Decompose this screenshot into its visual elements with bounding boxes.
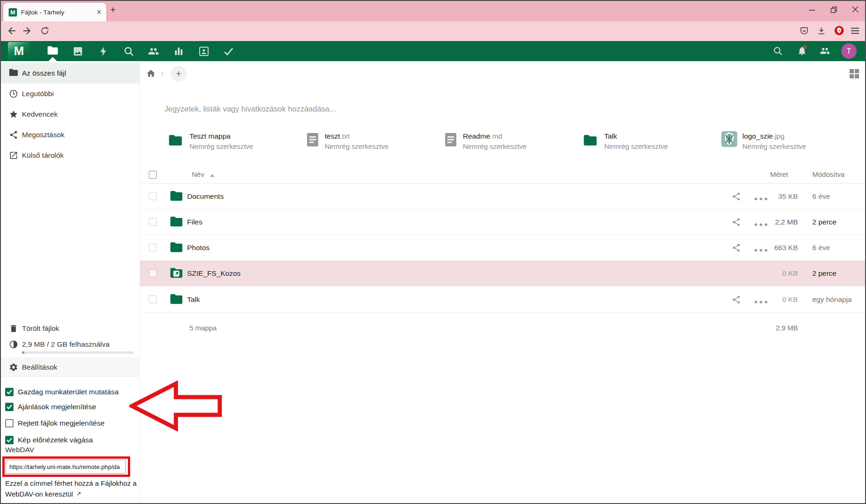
table-row-files[interactable]: Files ●●● 2,2 MB 2 perce: [140, 210, 866, 235]
files-app-icon[interactable]: [47, 46, 58, 57]
text-file-icon: [307, 133, 318, 147]
tab-close-button[interactable]: ✕: [96, 8, 102, 16]
row-checkbox[interactable]: [149, 244, 157, 252]
window-restore-button[interactable]: [831, 7, 837, 13]
active-app-pointer: [49, 57, 57, 61]
table-row-szie-fs-kozos[interactable]: SZIE_FS_Kozos 0 KB 2 perce: [140, 261, 866, 287]
sidebar-item-favorites[interactable]: Kedvencek: [0, 104, 140, 125]
share-icon[interactable]: [732, 192, 741, 201]
tab-title: Fájlok - Tárhely: [21, 9, 96, 16]
sidebar-item-all-files[interactable]: Az összes fájl: [0, 63, 140, 84]
column-header-name[interactable]: Név: [192, 170, 215, 178]
actions-menu-icon[interactable]: ●●●: [754, 195, 769, 202]
contacts-menu-icon[interactable]: [820, 46, 830, 56]
shared-folder-icon: [170, 267, 183, 279]
folder-icon: [583, 134, 597, 146]
external-storage-icon: [9, 151, 18, 160]
option-rich-workspace[interactable]: Gazdag munkaterület mutatása: [5, 386, 119, 398]
option-hidden-files[interactable]: Rejtett fájlok megjelenítése: [5, 418, 105, 429]
row-checkbox[interactable]: [149, 295, 157, 303]
table-row-talk[interactable]: Talk ●●● 0 KB egy hónapja: [140, 287, 866, 313]
summary-folder-count: 5 mappa: [189, 324, 216, 332]
logo-szie-thumbnail: [721, 131, 737, 147]
actions-menu-icon[interactable]: ●●●: [754, 246, 769, 253]
webdav-caption: Ezzel a címmel férhet hozzá a Fájlokhoz …: [5, 478, 141, 499]
sidebar-item-shares[interactable]: Megosztások: [0, 125, 140, 145]
screenshot-frame: M Fájlok - Tárhely ✕ +: [0, 0, 866, 504]
folder-icon: [170, 190, 183, 202]
forward-button[interactable]: [23, 26, 32, 35]
photos-app-icon[interactable]: [72, 46, 84, 57]
external-link-icon[interactable]: [75, 491, 81, 497]
browser-titlebar: M Fájlok - Tárhely ✕ +: [0, 0, 866, 21]
files-main: › + Jegyzetek, listák vagy hivatkozások …: [140, 61, 866, 504]
new-tab-button[interactable]: +: [110, 4, 116, 15]
extension-icon[interactable]: [834, 26, 844, 35]
folder-icon: [170, 242, 183, 253]
trash-icon: [9, 324, 18, 333]
option-recommendations[interactable]: Ajánlások megjelenítése: [5, 401, 96, 413]
share-icon: [9, 130, 18, 140]
downloads-icon[interactable]: [817, 26, 826, 35]
sidebar-item-recent[interactable]: Legutóbbi: [0, 84, 140, 104]
back-button[interactable]: [7, 26, 16, 35]
reload-button[interactable]: [40, 26, 49, 35]
window-minimize-button[interactable]: [809, 9, 815, 11]
row-checkbox[interactable]: [149, 269, 157, 277]
select-all-checkbox[interactable]: [149, 171, 157, 179]
column-header-modified[interactable]: Módosítva: [812, 170, 845, 178]
star-icon: [9, 110, 18, 119]
row-checkbox[interactable]: [149, 218, 157, 226]
quota-pie-icon: [9, 340, 18, 349]
file-table-summary: 5 mappa 2,9 MB: [140, 324, 866, 338]
actions-menu-icon[interactable]: ●●●: [754, 298, 769, 305]
folder-icon: [168, 134, 182, 146]
contact-card-app-icon[interactable]: [198, 46, 210, 57]
share-icon[interactable]: [732, 243, 741, 252]
table-row-photos[interactable]: Photos ●●● 663 KB 6 éve: [140, 235, 866, 261]
checkbox-checked-icon[interactable]: [5, 388, 14, 396]
window-close-button[interactable]: [852, 6, 859, 13]
files-sidebar: Az összes fájl Legutóbbi Kedvencek Megos…: [0, 61, 140, 504]
grid-view-toggle-icon[interactable]: [850, 69, 859, 78]
rich-workspace-placeholder[interactable]: Jegyzetek, listák vagy hivatkozások hozz…: [164, 105, 336, 113]
option-crop-previews[interactable]: Kép előnézetek vágása: [5, 434, 93, 446]
mate-logo[interactable]: M: [8, 42, 30, 60]
row-checkbox[interactable]: [149, 192, 157, 200]
webdav-label: WebDAV: [5, 446, 34, 454]
site-favicon: M: [8, 8, 17, 17]
notifications-bell-icon[interactable]: [797, 46, 807, 56]
user-avatar[interactable]: T: [841, 43, 857, 59]
annotation-arrow: [129, 380, 223, 432]
checkbox-checked-icon[interactable]: [5, 436, 14, 444]
nextcloud-header: M: [0, 41, 866, 61]
sidebar-item-quota[interactable]: 2,9 MB / 2 GB felhasználva: [0, 336, 140, 353]
checkbox-checked-icon[interactable]: [5, 403, 14, 411]
checkbox-unchecked-icon[interactable]: [5, 419, 14, 427]
folder-icon: [170, 294, 183, 305]
menu-hamburger-icon[interactable]: [851, 28, 859, 34]
quota-progress-bar: [22, 351, 134, 354]
folder-icon: [9, 69, 18, 78]
share-icon[interactable]: [732, 217, 741, 227]
sidebar-item-external-storage[interactable]: Külső tárolók: [0, 145, 140, 166]
annotation-highlight-box: [2, 456, 130, 477]
search-icon[interactable]: [773, 46, 783, 56]
contacts-app-icon[interactable]: [148, 46, 159, 57]
file-table-header: Név Méret Módosítva: [140, 166, 866, 184]
tasks-app-icon[interactable]: [223, 46, 234, 57]
notification-dot: [803, 45, 807, 49]
activity-app-icon[interactable]: [98, 46, 109, 57]
add-new-button[interactable]: +: [171, 66, 187, 82]
settings-toggle[interactable]: Beállítások: [0, 358, 140, 377]
column-header-size[interactable]: Méret: [770, 170, 788, 178]
breadcrumb-home-icon[interactable]: [146, 69, 156, 78]
pocket-icon[interactable]: [800, 27, 809, 35]
actions-menu-icon[interactable]: ●●●: [754, 221, 769, 228]
summary-total-size: 2,9 MB: [775, 324, 798, 332]
table-row-documents[interactable]: Documents ●●● 35 KB 6 éve: [140, 184, 866, 210]
share-icon[interactable]: [732, 295, 741, 304]
search-app-icon[interactable]: [123, 46, 134, 57]
browser-tab[interactable]: M Fájlok - Tárhely ✕: [3, 3, 106, 21]
analytics-app-icon[interactable]: [173, 46, 184, 57]
